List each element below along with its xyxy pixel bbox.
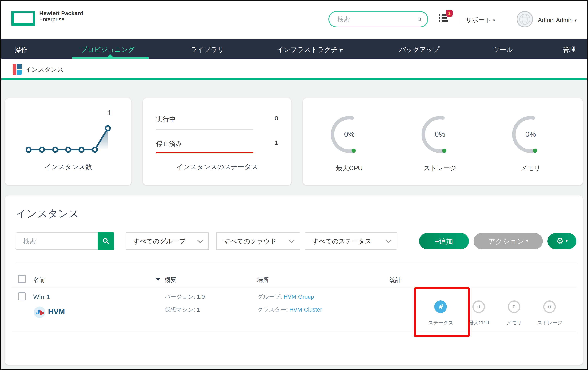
support-menu[interactable]: サポート	[465, 16, 495, 24]
logo-line2: Enterprise	[39, 16, 84, 23]
card-title: インスタンス数	[5, 162, 131, 171]
sort-caret-icon[interactable]	[156, 278, 160, 281]
gauge-storage: 0%	[419, 113, 461, 155]
user-avatar[interactable]	[516, 11, 533, 27]
actions-button-label: アクション	[488, 236, 524, 246]
cluster-link[interactable]: HVM-Cluster	[289, 306, 322, 313]
gauge-value: 0%	[419, 113, 461, 155]
row-divider	[11, 333, 576, 333]
instance-count-chart	[20, 111, 119, 155]
kv-label: グループ:	[257, 293, 282, 300]
status-filter-value: すべてのステータス	[312, 237, 371, 246]
stat-label-cpu: 最大CPU	[462, 319, 496, 326]
summary-vms: 仮想マシン:1	[165, 306, 200, 313]
kv-value: 1.0	[197, 293, 205, 300]
header-divider	[11, 288, 576, 288]
status-value: 1	[275, 139, 278, 146]
chart-peak-value: 1	[105, 109, 114, 117]
group-filter-dropdown[interactable]: すべてのグループ	[126, 232, 209, 250]
header-divider	[507, 15, 507, 24]
nav-operations[interactable]: 操作	[14, 45, 28, 54]
status-label: 停止済み	[156, 140, 182, 147]
status-value: 0	[275, 115, 278, 122]
settings-button[interactable]	[547, 233, 576, 249]
instance-count-card: 1 インスタンス数	[5, 98, 131, 185]
ring-value: 0	[548, 304, 551, 310]
row-divider	[11, 330, 576, 331]
cloud-filter-dropdown[interactable]: すべてのクラウド	[216, 232, 300, 250]
header-divider	[460, 15, 460, 24]
screenshot-viewport: Hewlett Packard Enterprise 1 サポート Admin	[0, 0, 588, 370]
stat-ring-memory: 0	[508, 300, 520, 313]
user-menu[interactable]: Admin Admin	[538, 17, 577, 24]
stat-label-storage: ストレージ	[533, 319, 567, 326]
hvm-logo-icon	[34, 307, 45, 318]
notification-badge: 1	[446, 10, 452, 17]
nav-library[interactable]: ライブラリ	[190, 45, 224, 54]
instance-type-label: HVM	[48, 307, 65, 316]
select-all-checkbox[interactable]	[18, 275, 26, 283]
usage-gauges-card: 0% 最大CPU 0% ストレージ 0% メモリ	[303, 98, 583, 185]
instance-name-link[interactable]: Win-1	[33, 293, 50, 301]
main-nav: 操作 プロビジョニング ライブラリ インフラストラクチャ バックアップ ツール …	[0, 39, 588, 59]
gauge-memory: 0%	[510, 113, 552, 155]
support-label: サポート	[465, 16, 491, 23]
stat-label-status: ステータス	[422, 319, 460, 326]
chevron-down-icon	[197, 237, 203, 243]
breadcrumb: インスタンス	[25, 65, 64, 74]
row-checkbox[interactable]	[18, 292, 26, 300]
kv-value: 1	[197, 306, 200, 313]
status-row-stopped: 停止済み 1	[156, 139, 274, 148]
search-icon	[417, 15, 422, 23]
stat-ring-cpu: 0	[472, 300, 485, 313]
gauge-value: 0%	[510, 113, 552, 155]
globe-icon	[517, 12, 532, 27]
status-rocket-icon[interactable]	[434, 300, 447, 313]
column-header-summary[interactable]: 概要	[165, 276, 176, 284]
status-label: 実行中	[156, 116, 176, 123]
nav-tools[interactable]: ツール	[493, 45, 513, 54]
logo-line1: Hewlett Packard	[39, 10, 84, 16]
kv-label: バージョン:	[165, 293, 195, 300]
page-content: 1 インスタンス数 実行中 0 停止済み 1 インスタンスのステータス	[0, 80, 588, 370]
group-link[interactable]: HVM-Group	[284, 293, 314, 300]
gauge-label: 最大CPU	[328, 164, 370, 173]
summary-version: バージョン:1.0	[165, 293, 205, 300]
kv-label: 仮想マシン:	[165, 306, 195, 313]
location-cluster: クラスター:HVM-Cluster	[257, 306, 322, 313]
column-header-stats[interactable]: 統計	[389, 276, 401, 284]
app-window: Hewlett Packard Enterprise 1 サポート Admin	[0, 0, 588, 370]
status-filter-dropdown[interactable]: すべてのステータス	[305, 232, 397, 250]
add-button[interactable]: +追加	[419, 233, 469, 249]
running-underline	[156, 130, 253, 130]
stopped-underline	[156, 152, 253, 154]
breadcrumb-bar: インスタンス	[0, 59, 588, 80]
stat-ring-storage: 0	[543, 300, 556, 313]
nav-backup[interactable]: バックアップ	[399, 45, 440, 54]
search-button[interactable]	[97, 232, 114, 250]
instances-search-input[interactable]	[16, 232, 97, 250]
hpe-logo-icon	[11, 11, 35, 26]
kv-label: クラスター:	[257, 306, 288, 313]
hpe-logo-text: Hewlett Packard Enterprise	[39, 10, 84, 23]
ring-value: 0	[513, 304, 515, 310]
search-icon	[102, 237, 110, 245]
ring-value: 0	[477, 304, 480, 310]
nav-infrastructure[interactable]: インフラストラクチャ	[277, 45, 344, 54]
gauge-value: 0%	[328, 113, 370, 155]
global-search[interactable]	[328, 11, 428, 27]
nav-provisioning[interactable]: プロビジョニング	[81, 45, 135, 54]
column-header-location[interactable]: 場所	[257, 276, 269, 284]
actions-button[interactable]: アクション	[473, 233, 543, 249]
page-title: インスタンス	[16, 207, 79, 221]
nav-admin[interactable]: 管理	[563, 45, 576, 54]
gauge-max-cpu: 0%	[328, 113, 370, 155]
add-button-label: +追加	[435, 236, 453, 246]
location-group: グループ:HVM-Group	[257, 293, 314, 300]
column-header-name[interactable]: 名前	[33, 276, 45, 284]
gauge-label: ストレージ	[419, 164, 461, 173]
global-search-input[interactable]	[337, 15, 417, 23]
user-name: Admin Admin	[538, 17, 573, 23]
group-filter-value: すべてのグループ	[133, 237, 186, 246]
active-tab-notch	[107, 54, 113, 57]
